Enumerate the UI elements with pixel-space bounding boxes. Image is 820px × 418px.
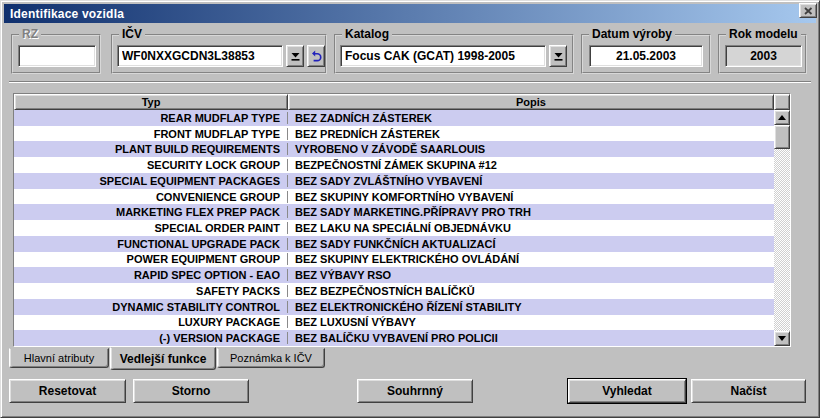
cell-popis: BEZ ELEKTRONICKÉHO ŘÍZENÍ STABILITY [288,301,774,313]
icv-input[interactable] [117,45,283,67]
cell-typ: SECURITY LOCK GROUP [14,159,288,171]
souhrnny-button[interactable]: Souhrnný [357,379,473,403]
cell-popis: BEZ SKUPINY KOMFORTNÍHO VYBAVENÍ [288,191,774,203]
rok-modelu-label: Rok modelu [726,27,801,41]
scroll-down-icon [778,336,786,341]
cell-typ: SPECIAL ORDER PAINT [14,222,288,234]
table-row[interactable]: LUXURY PACKAGE BEZ LUXUSNÍ VÝBAVY [14,315,774,331]
cell-popis: BEZ ZADNÍCH ZÁSTEREK [288,112,774,124]
window-title: Identifikace vozidla [10,7,124,21]
datum-vyroby-label: Datum výroby [589,27,675,41]
table-row[interactable]: SPECIAL ORDER PAINT BEZ LAKU NA SPECIÁLN… [14,220,774,236]
cell-typ: POWER EQUIPMENT GROUP [14,253,288,265]
icv-dropdown-button[interactable] [286,45,304,67]
cell-popis: BEZ SADY ZVLÁŠTNÍHO VYBAVENÍ [288,175,774,187]
cell-typ: REAR MUDFLAP TYPE [14,112,288,124]
tab-poznamka-k-icv[interactable]: Poznámka k IČV [217,348,325,368]
rz-label: RZ [19,27,41,41]
cell-typ: LUXURY PACKAGE [14,316,288,328]
scroll-down-button[interactable] [774,331,790,346]
rok-modelu-field: 2003 [725,45,802,67]
rz-group: RZ [11,34,101,74]
datum-vyroby-group: Datum výroby [581,34,711,74]
vyhledat-button[interactable]: Vyhledat [568,379,686,403]
icv-label: IČV [119,27,145,41]
katalog-dropdown-button[interactable] [549,45,567,67]
table-row[interactable]: PLANT BUILD REQUIREMENTS VYROBENO V ZÁVO… [14,141,774,157]
cell-popis: BEZ SADY FUNKČNÍCH AKTUALIZACÍ [288,238,774,250]
table-row[interactable]: CONVENIENCE GROUP BEZ SKUPINY KOMFORTNÍH… [14,189,774,205]
cell-popis: BEZ LAKU NA SPECIÁLNÍ OBJEDNÁVKU [288,222,774,234]
scroll-track[interactable] [774,125,790,331]
katalog-label: Katalog [342,27,392,41]
cell-popis: BEZ VÝBAVY RSO [288,269,774,281]
cell-typ: FUNCTIONAL UPGRADE PACK [14,238,288,250]
close-icon [804,7,813,15]
cell-popis: BEZ LUXUSNÍ VÝBAVY [288,316,774,328]
cell-typ: (-) VERSION PACKAGE [14,332,288,344]
storno-button[interactable]: Storno [133,379,249,403]
table-header-corner [774,94,790,110]
table-row[interactable]: SECURITY LOCK GROUP BEZPEČNOSTNÍ ZÁMEK S… [14,157,774,173]
cell-typ: PLANT BUILD REQUIREMENTS [14,143,288,155]
table-row[interactable]: FRONT MUDFLAP TYPE BEZ PREDNÍCH ZÁSTEREK [14,126,774,142]
cell-typ: SPECIAL EQUIPMENT PACKAGES [14,175,288,187]
nacist-button[interactable]: Načíst [691,379,806,403]
scroll-thumb[interactable] [774,125,790,149]
scroll-up-icon [778,115,786,120]
close-button[interactable] [799,3,817,18]
cell-popis: BEZ SKUPINY ELEKTRICKÉHO OVLÁDÁNÍ [288,253,774,265]
table-row[interactable]: RAPID SPEC OPTION - EAO BEZ VÝBAVY RSO [14,267,774,283]
cell-popis: VYROBENO V ZÁVODĚ SAARLOUIS [288,143,774,155]
title-bar: Identifikace vozidla [4,4,816,23]
icv-undo-button[interactable] [307,45,325,67]
rok-modelu-group: Rok modelu 2003 [718,34,807,74]
table-row[interactable]: SPECIAL EQUIPMENT PACKAGES BEZ SADY ZVLÁ… [14,173,774,189]
table-header-popis[interactable]: Popis [288,94,774,110]
cell-popis: BEZ SADY MARKETING.PŘÍPRAVY PRO TRH [288,206,774,218]
table-row[interactable]: DYNAMIC STABILITY CONTROL BEZ ELEKTRONIC… [14,299,774,315]
katalog-select[interactable] [340,45,546,67]
cell-popis: BEZPEČNOSTNÍ ZÁMEK SKUPINA #12 [288,159,774,171]
scroll-up-button[interactable] [774,110,790,125]
cell-typ: FRONT MUDFLAP TYPE [14,128,288,140]
cell-popis: BEZ BALÍČKU VYBAVENÍ PRO POLICII [288,332,774,344]
rz-input[interactable] [18,45,96,67]
table-row[interactable]: REAR MUDFLAP TYPE BEZ ZADNÍCH ZÁSTEREK [14,110,774,126]
cell-popis: BEZ PREDNÍCH ZÁSTEREK [288,128,774,140]
cell-typ: RAPID SPEC OPTION - EAO [14,269,288,281]
tab-vedlejsi-funkce[interactable]: Vedlejší funkce [110,347,216,370]
separator [9,81,811,82]
cell-typ: CONVENIENCE GROUP [14,191,288,203]
dropdown-icon [554,52,563,61]
table-row[interactable]: POWER EQUIPMENT GROUP BEZ SKUPINY ELEKTR… [14,252,774,268]
icv-group: IČV [111,34,327,74]
table-row[interactable]: FUNCTIONAL UPGRADE PACK BEZ SADY FUNKČNÍ… [14,236,774,252]
cell-typ: MARKETING FLEX PREP PACK [14,206,288,218]
table-row[interactable]: SAFETY PACKS BEZ BEZPEČNOSTNÍCH BALÍČKŮ [14,283,774,299]
undo-icon [311,50,322,62]
katalog-group: Katalog [334,34,574,74]
cell-typ: DYNAMIC STABILITY CONTROL [14,301,288,313]
table-header: Typ Popis [14,94,790,110]
cell-typ: SAFETY PACKS [14,285,288,297]
table-body: REAR MUDFLAP TYPE BEZ ZADNÍCH ZÁSTEREK F… [14,110,774,346]
cell-popis: BEZ BEZPEČNOSTNÍCH BALÍČKŮ [288,285,774,297]
tab-hlavni-atributy[interactable]: Hlavní atributy [9,348,109,368]
dialog-window: Identifikace vozidla RZ IČV Katalog [0,0,820,418]
table-row[interactable]: (-) VERSION PACKAGE BEZ BALÍČKU VYBAVENÍ… [14,330,774,346]
table-row[interactable]: MARKETING FLEX PREP PACK BEZ SADY MARKET… [14,204,774,220]
vertical-scrollbar[interactable] [774,110,790,346]
resetovat-button[interactable]: Resetovat [9,379,126,403]
dropdown-icon [291,52,300,61]
datum-vyroby-input[interactable] [589,45,703,67]
table-header-typ[interactable]: Typ [14,94,288,110]
attributes-table: Typ Popis REAR MUDFLAP TYPE BEZ ZADNÍCH … [13,93,791,347]
